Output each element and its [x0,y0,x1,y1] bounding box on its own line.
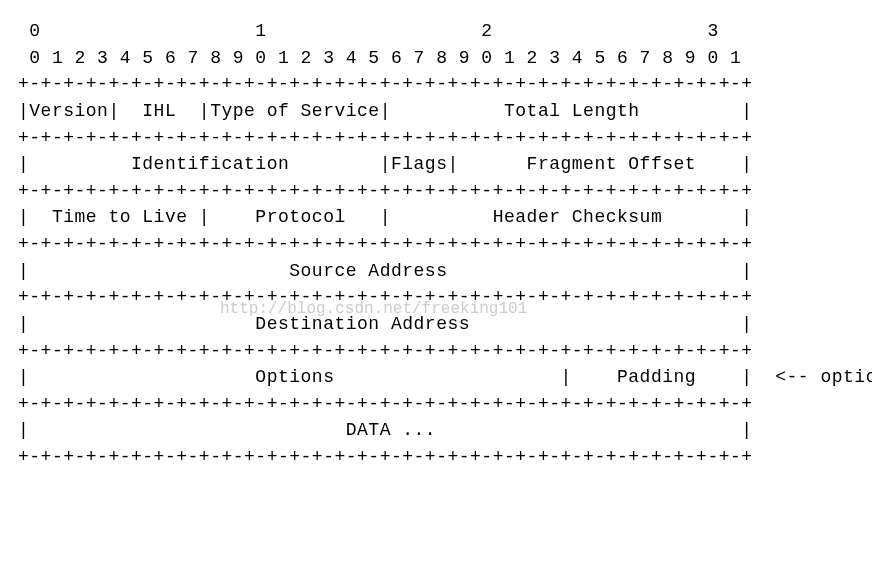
header-row-7: | DATA ... | [18,417,854,444]
header-row-1: |Version| IHL |Type of Service| Total Le… [18,98,854,125]
bit-ruler-ones: 0 1 2 3 4 5 6 7 8 9 0 1 2 3 4 5 6 7 8 9 … [18,45,854,72]
bit-ruler-tens: 0 1 2 3 [18,18,854,45]
row-separator: +-+-+-+-+-+-+-+-+-+-+-+-+-+-+-+-+-+-+-+-… [18,231,854,258]
header-row-4: | Source Address | [18,258,854,285]
row-separator: +-+-+-+-+-+-+-+-+-+-+-+-+-+-+-+-+-+-+-+-… [18,391,854,418]
row-separator: +-+-+-+-+-+-+-+-+-+-+-+-+-+-+-+-+-+-+-+-… [18,125,854,152]
row-separator: +-+-+-+-+-+-+-+-+-+-+-+-+-+-+-+-+-+-+-+-… [18,444,854,471]
header-row-3: | Time to Live | Protocol | Header Check… [18,204,854,231]
row-separator: +-+-+-+-+-+-+-+-+-+-+-+-+-+-+-+-+-+-+-+-… [18,284,854,311]
header-row-6: | Options | Padding | <-- optional [18,364,854,391]
header-row-5: | Destination Address | [18,311,854,338]
header-row-2: | Identification |Flags| Fragment Offset… [18,151,854,178]
row-separator: +-+-+-+-+-+-+-+-+-+-+-+-+-+-+-+-+-+-+-+-… [18,338,854,365]
row-separator: +-+-+-+-+-+-+-+-+-+-+-+-+-+-+-+-+-+-+-+-… [18,178,854,205]
row-separator: +-+-+-+-+-+-+-+-+-+-+-+-+-+-+-+-+-+-+-+-… [18,71,854,98]
